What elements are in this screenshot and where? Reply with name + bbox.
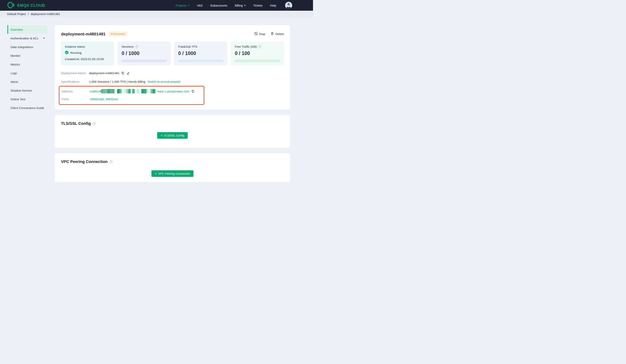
delete-label: Delete [275,32,284,36]
avatar[interactable] [285,2,292,9]
page-title: deployment-m4801481 [61,32,106,36]
help-icon[interactable]: ? [110,160,113,163]
sessions-value: 0 / 1000 [121,50,167,56]
copy-icon[interactable] [191,90,195,93]
ports-label: Ports: [62,97,90,101]
address-label: Address: [62,90,90,93]
edit-pen-icon[interactable] [126,72,130,75]
free-traffic-value: 0 / 100 [235,50,280,56]
sidebar-item-data-integrations[interactable]: Data Integrations [7,42,47,51]
sidebar-item-logs[interactable]: Logs [7,69,47,77]
add-vpc-label: VPC Peering Connection [158,172,190,175]
vpc-peering-card: VPC Peering Connection ? + VPC Peering C… [55,153,290,182]
deployment-name-label: Deployment Name: [61,72,89,75]
sidebar: Overview Authentication & ACL Data Integ… [0,25,47,182]
nav-item-label: Billing [235,4,243,7]
sidebar-item-authentication-acl[interactable]: Authentication & ACL [7,34,47,42]
pubsub-tps-card: Pub&Sub TPS 0 / 1000 [174,41,227,65]
nav-item-label: Projects [176,4,186,7]
deployment-name-value: deployment-m4801481 [89,72,119,75]
brand[interactable]: EMQX CLOUD [7,1,45,9]
sessions-progress-bar [121,60,167,62]
sidebar-item-alerts[interactable]: Alerts [7,77,47,86]
address-suffix: -east-1.amazonaws.com [157,90,189,93]
sidebar-item-shadow-service[interactable]: Shadow Service [7,86,47,95]
sidebar-item-client-connections-guide[interactable]: Client Connections Guide [7,104,47,112]
deployment-overview-card: deployment-m4801481 Professional Stop [55,25,290,109]
nav-item-projects[interactable]: Projects [176,4,189,7]
chevron-down-icon [244,5,246,6]
sidebar-item-online-test[interactable]: Online Test [7,95,47,104]
sidebar-item-label: Authentication & ACL [10,36,39,40]
top-nav: EMQX CLOUD Projects VAS Subaccounts Bill… [0,0,313,11]
emqx-logo-icon [7,1,15,9]
brand-name: EMQX CLOUD [17,3,45,8]
nav-menu: Projects VAS Subaccounts Billing Tickets… [176,2,313,9]
address-blur-mosaic [101,89,156,93]
tls-ssl-config-card: TLS/SSL Config ? + TLS/SSL Config [55,115,290,148]
stop-icon [254,32,258,36]
tls-section-title: TLS/SSL Config [61,121,91,126]
stop-button[interactable]: Stop [254,32,265,36]
instance-status-card: Instance status Running Created At: 2023… [61,41,114,65]
address-highlight-box: Address: m48014 -east-1.amazonaws.com [59,86,204,105]
pubsub-tps-value: 0 / 1000 [178,50,223,56]
stop-label: Stop [259,32,265,36]
free-traffic-progress-bar [235,60,280,62]
chevron-down-icon [43,38,45,39]
sessions-label: Sessions [121,45,134,48]
free-traffic-card: Free Traffic (GB) ? 0 / 100 [231,41,284,65]
specifications-value: 1,000 Sessions / 1,000 TPS | Hourly bill… [89,80,145,83]
free-traffic-label: Free Traffic (GB) [235,45,257,48]
nav-item-vas[interactable]: VAS [197,4,203,7]
plan-badge: Professional [108,32,127,36]
vpc-section-title: VPC Peering Connection [61,159,108,164]
help-icon[interactable]: ? [135,45,138,48]
trash-icon [271,32,274,36]
delete-button[interactable]: Delete [271,32,284,36]
ports-value: 1883(mqtt), 8083(ws) [90,97,118,101]
help-icon[interactable]: ? [93,122,96,125]
pubsub-tps-progress-bar [178,60,223,62]
created-at-text: Created At: 2023.01.05 15:54 [65,57,110,61]
help-icon[interactable]: ? [258,45,261,48]
copy-icon[interactable] [121,72,124,75]
breadcrumb-project[interactable]: Default Project [7,12,26,16]
status-text: Running [71,51,81,54]
nav-item-billing[interactable]: Billing [235,4,246,7]
nav-item-subaccounts[interactable]: Subaccounts [210,4,227,7]
instance-status-label: Instance status [65,45,110,48]
add-tls-ssl-config-button[interactable]: + TLS/SSL Config [157,132,188,139]
breadcrumb-separator: / [28,12,29,16]
nav-item-help[interactable]: Help [270,4,276,7]
sidebar-item-monitor[interactable]: Monitor [7,51,47,60]
sidebar-item-metrics[interactable]: Metrics [7,60,47,69]
pubsub-tps-label: Pub&Sub TPS [178,45,197,48]
breadcrumb: Default Project / deployment-m4801481 [0,11,313,17]
check-circle-icon [65,51,69,55]
switch-annual-prepaid-link[interactable]: Switch to annual prepaid [148,80,180,83]
breadcrumb-current: deployment-m4801481 [31,12,60,16]
plus-icon: + [155,172,157,175]
sessions-card: Sessions ? 0 / 1000 [117,41,171,65]
sidebar-item-overview[interactable]: Overview [7,25,47,34]
address-prefix: m48014 [90,90,100,93]
add-tls-label: TLS/SSL Config [164,134,184,137]
plus-icon: + [160,134,162,137]
specifications-label: Specifications: [61,80,89,83]
nav-item-tickets[interactable]: Tickets [253,4,263,7]
chevron-down-icon [188,5,190,6]
add-vpc-peering-button[interactable]: + VPC Peering Connection [152,170,194,177]
